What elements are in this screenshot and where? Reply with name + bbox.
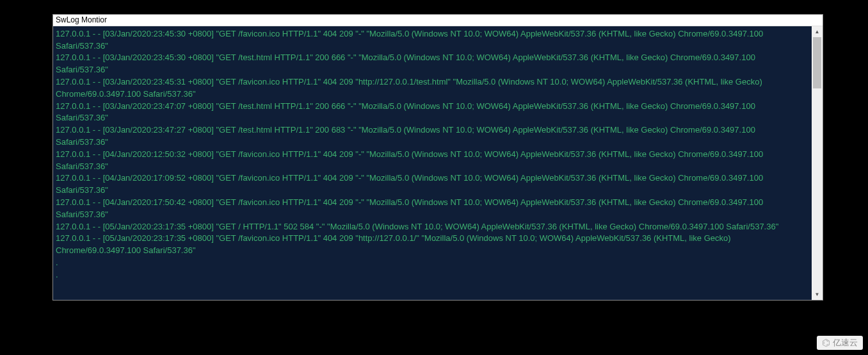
log-output[interactable]: Chrome/69.0.3497.100 Safari/537.36" 127.… bbox=[53, 26, 812, 300]
window-title: SwLog Montior bbox=[56, 15, 107, 24]
log-line: 127.0.0.1 - - [03/Jan/2020:23:45:30 +080… bbox=[56, 52, 809, 76]
vertical-scrollbar[interactable]: ▲ ▼ bbox=[812, 26, 823, 300]
log-line: 127.0.0.1 - - [03/Jan/2020:23:47:27 +080… bbox=[56, 124, 809, 149]
log-line: 127.0.0.1 - - [04/Jan/2020:17:50:42 +080… bbox=[56, 197, 809, 221]
log-container: Chrome/69.0.3497.100 Safari/537.36" 127.… bbox=[53, 26, 823, 300]
log-line: 127.0.0.1 - - [05/Jan/2020:23:17:35 +080… bbox=[56, 221, 809, 233]
log-line: 127.0.0.1 - - [03/Jan/2020:23:45:30 +080… bbox=[56, 28, 809, 53]
scroll-down-button[interactable]: ▼ bbox=[812, 289, 823, 300]
log-line: 127.0.0.1 - - [03/Jan/2020:23:47:07 +080… bbox=[56, 101, 809, 125]
scroll-up-button[interactable]: ▲ bbox=[812, 26, 823, 37]
watermark-icon: ⌬ bbox=[822, 337, 830, 349]
scroll-up-icon: ▲ bbox=[815, 29, 820, 35]
window-titlebar[interactable]: SwLog Montior bbox=[53, 15, 823, 26]
log-line: 127.0.0.1 - - [04/Jan/2020:12:50:32 +080… bbox=[56, 149, 809, 173]
log-line: 127.0.0.1 - - [04/Jan/2020:17:09:52 +080… bbox=[56, 172, 809, 197]
log-line: . bbox=[56, 269, 809, 281]
watermark-text: 亿速云 bbox=[833, 337, 858, 349]
watermark: ⌬ 亿速云 bbox=[817, 336, 863, 350]
log-line: 127.0.0.1 - - [05/Jan/2020:23:17:35 +080… bbox=[56, 233, 809, 257]
log-monitor-window: SwLog Montior Chrome/69.0.3497.100 Safar… bbox=[52, 14, 823, 301]
log-line: . bbox=[56, 257, 809, 269]
scroll-thumb[interactable] bbox=[813, 37, 821, 88]
log-line: 127.0.0.1 - - [03/Jan/2020:23:45:31 +080… bbox=[56, 76, 809, 101]
scroll-down-icon: ▼ bbox=[815, 292, 820, 297]
